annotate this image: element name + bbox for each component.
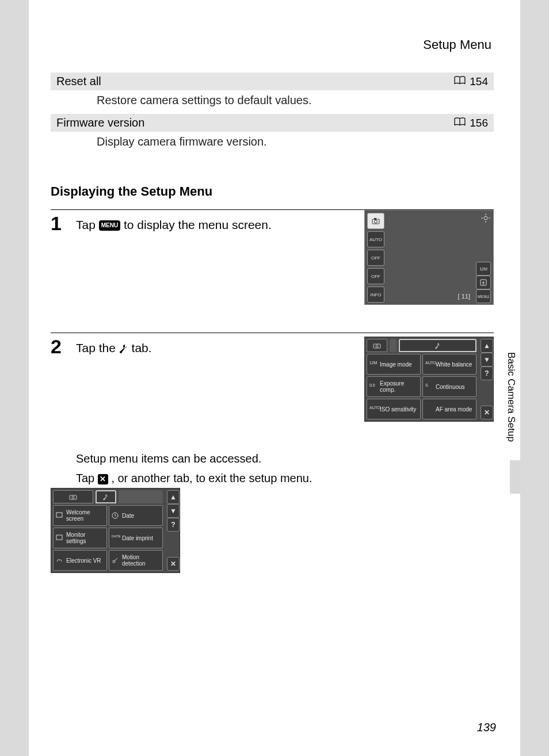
icon — [425, 406, 433, 413]
book-icon — [453, 117, 466, 129]
setting-name: Firmware version — [56, 116, 144, 129]
menu-item: AUTOISO sensitivity — [367, 399, 421, 419]
help-button: ? — [481, 366, 493, 380]
scroll-down-button: ▼ — [167, 504, 180, 518]
icon — [56, 534, 64, 541]
menu-item: Monitor settings — [53, 528, 107, 548]
svg-point-12 — [72, 496, 74, 498]
text: tab. — [132, 341, 152, 354]
svg-rect-1 — [374, 218, 376, 220]
close-button: ✕ — [167, 557, 180, 571]
tab-camera — [367, 339, 387, 352]
text: Tap — [76, 472, 98, 484]
setting-desc: Display camera firmware version. — [51, 132, 494, 155]
page-ref: 154 — [470, 75, 488, 88]
label: Continuous — [436, 384, 465, 390]
label: Electronic VR — [66, 558, 101, 564]
tab-setup — [399, 339, 476, 352]
close-icon: ✕ — [98, 474, 108, 484]
icon: AUTO — [369, 406, 378, 413]
close-button: ✕ — [481, 406, 493, 419]
icon — [112, 512, 120, 519]
menu-item: AUTOWhite balance — [422, 354, 476, 375]
menu-icon: MENU — [99, 220, 120, 231]
side-tab-label: Basic Camera Setup — [505, 352, 517, 442]
label: Welcome screen — [66, 509, 104, 522]
gear-icon — [481, 213, 491, 223]
off-icon: OFF — [367, 250, 384, 266]
tab-setup — [96, 490, 116, 503]
svg-rect-17 — [56, 535, 62, 540]
icon: DATE — [112, 534, 120, 541]
icon: 0.0 — [369, 383, 378, 390]
step-2-extra: Setup menu items can be accessed. Tap ✕ … — [51, 442, 494, 488]
off-icon: OFF — [367, 268, 384, 284]
label: Monitor settings — [66, 532, 104, 544]
tab-spacer — [119, 490, 163, 503]
header-title: Setup Menu — [423, 37, 491, 52]
icon — [56, 557, 64, 564]
menu-screen-illustration-1: 12MImage mode AUTOWhite balance 0.0Expos… — [364, 337, 494, 422]
step-1: 1 Tap MENU to display the menu screen. A… — [51, 209, 494, 324]
book-icon — [453, 75, 466, 88]
label: Exposure comp. — [380, 380, 418, 393]
svg-rect-13 — [56, 513, 62, 517]
camera-screen-illustration: AUTO OFF OFF INFO 12M MENU [ 11 — [364, 210, 494, 305]
icon — [56, 512, 64, 519]
tab-camera — [53, 490, 93, 503]
label: Date — [122, 513, 134, 519]
frame-counter: [ 11] — [458, 293, 470, 300]
label: ISO sensitivity — [380, 406, 416, 413]
icon — [112, 557, 120, 564]
menu-item: 12MImage mode — [367, 354, 421, 375]
wrench-icon — [119, 343, 128, 354]
menu-item: AF area mode — [422, 399, 476, 419]
label: Motion detection — [122, 554, 160, 567]
help-button: ? — [167, 518, 180, 532]
menu-item: DATEDate imprint — [109, 528, 163, 548]
scroll-up-button: ▲ — [481, 339, 493, 353]
menu-item: 0.0Exposure comp. — [367, 376, 421, 397]
label: Image mode — [380, 361, 412, 368]
scroll-up-button: ▲ — [167, 490, 180, 504]
setting-row-reset: Reset all 154 — [51, 72, 494, 90]
menu-button: MENU — [476, 289, 491, 303]
side-tab-marker — [510, 460, 520, 494]
svg-point-10 — [376, 345, 378, 347]
step-text: Tap the tab. — [76, 337, 355, 357]
icon: 12M — [369, 361, 378, 368]
setting-row-firmware: Firmware version 156 — [51, 114, 494, 132]
auto-icon: AUTO — [367, 231, 384, 247]
icon: S — [425, 383, 433, 390]
svg-point-18 — [113, 560, 115, 563]
label: Date imprint — [122, 535, 153, 541]
page-number: 139 — [477, 721, 496, 734]
menu-item: Date — [109, 505, 163, 526]
text: to display the menu screen. — [124, 218, 272, 231]
step-2: 2 Tap the tab. — [51, 333, 494, 442]
text: , or another tab, to exit the setup menu… — [111, 472, 312, 484]
label: AF area mode — [436, 406, 472, 413]
text: Tap the — [76, 341, 119, 354]
svg-point-3 — [484, 216, 487, 220]
setting-name: Reset all — [56, 75, 101, 88]
text: Tap ✕ , or another tab, to exit the setu… — [76, 468, 494, 488]
menu-screen-illustration-2: Welcome screen Date Monitor settings DAT… — [51, 488, 180, 573]
text: Setup menu items can be accessed. — [76, 449, 494, 468]
menu-item: Motion detection — [109, 550, 163, 571]
size-icon: 12M — [476, 262, 491, 276]
icon: AUTO — [425, 361, 433, 368]
info-icon: INFO — [367, 287, 384, 303]
scroll-down-button: ▼ — [481, 353, 493, 366]
svg-point-2 — [375, 220, 378, 223]
svg-line-16 — [115, 516, 116, 516]
step-number: 1 — [51, 213, 67, 233]
menu-item: SContinuous — [422, 376, 476, 397]
menu-item: Electronic VR — [53, 550, 107, 571]
tab-spacer — [390, 339, 396, 352]
camera-mode-icon — [367, 213, 384, 229]
label: White balance — [436, 361, 472, 368]
step-number: 2 — [51, 337, 67, 356]
text: Tap — [76, 218, 99, 231]
page-ref: 156 — [470, 117, 488, 129]
